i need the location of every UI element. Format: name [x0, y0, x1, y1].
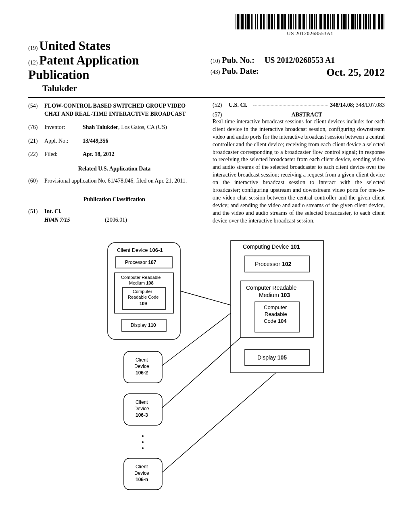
inventor-name: Shah Talukder: [83, 124, 118, 130]
svg-rect-23: [295, 14, 296, 29]
divider: [28, 97, 385, 98]
filed-value: Apr. 18, 2012: [83, 150, 200, 158]
svg-line-75: [162, 337, 241, 408]
code-57: (57): [213, 112, 229, 118]
code-19: (19): [28, 45, 38, 51]
applno-value: 13/449,356: [83, 137, 200, 145]
svg-rect-50: [368, 14, 369, 29]
two-column-body: (54) FLOW-CONTROL BASED SWITCHED GROUP V…: [28, 102, 385, 224]
fig-client-3-l2: Device: [134, 406, 149, 411]
code-60: (60): [28, 177, 44, 189]
uscl-rest: ; 348/E07.083: [353, 102, 385, 108]
code-12: (12): [28, 60, 38, 66]
code-21: (21): [28, 137, 44, 145]
svg-rect-22: [293, 14, 294, 29]
code-54: (54): [28, 102, 44, 118]
fig-crm-108-l2: Medium 108: [129, 281, 154, 285]
related-heading: Related U.S. Application Data: [28, 166, 200, 172]
right-column: (52) U.S. Cl. 348/14.08; 348/E07.083 (57…: [213, 102, 385, 224]
pub-date-label: Pub. Date:: [222, 66, 259, 75]
left-column: (54) FLOW-CONTROL BASED SWITCHED GROUP V…: [28, 102, 200, 224]
svg-rect-27: [306, 14, 307, 29]
svg-point-70: [142, 441, 144, 443]
svg-rect-28: [309, 14, 310, 29]
fig-client-device-1: Client Device 106-1: [117, 247, 163, 253]
svg-line-73: [180, 291, 231, 305]
svg-rect-38: [334, 14, 335, 29]
inventor-surname: Talukder: [42, 83, 202, 94]
svg-rect-48: [363, 14, 364, 29]
svg-rect-35: [327, 14, 329, 29]
svg-rect-54: [378, 14, 380, 29]
field-uscl: (52) U.S. Cl. 348/14.08; 348/E07.083: [213, 102, 385, 108]
fig-crc-104-l3: Code 104: [264, 318, 287, 324]
svg-rect-14: [271, 14, 273, 29]
fig-display-105: Display 105: [257, 354, 287, 361]
field-filed: (22) Filed: Apr. 18, 2012: [28, 150, 200, 158]
field-applno: (21) Appl. No.: 13/449,356: [28, 137, 200, 145]
svg-rect-29: [311, 14, 313, 29]
code-10: (10): [211, 58, 220, 64]
svg-rect-20: [288, 14, 289, 29]
uscl-bold: 348/14.08: [330, 102, 353, 108]
header-right: (10) Pub. No.: US 2012/0268553 A1 (43) P…: [202, 39, 385, 79]
svg-rect-33: [323, 14, 323, 29]
fig-display-110: Display 110: [131, 322, 156, 328]
fig-client-n-l2: Device: [134, 470, 149, 476]
svg-rect-18: [281, 14, 284, 29]
abstract-heading: ABSTRACT: [229, 112, 385, 118]
svg-rect-11: [263, 14, 265, 29]
barcode-area: US 20120268553A1: [28, 14, 385, 37]
dots-leader: [253, 102, 327, 106]
svg-rect-49: [365, 14, 367, 29]
svg-rect-34: [324, 14, 326, 29]
pub-no-label: Pub. No.:: [222, 56, 254, 64]
svg-rect-45: [355, 14, 356, 29]
field-intcl: (51) Int. Cl.: [28, 208, 200, 216]
country-title: United States: [39, 39, 111, 53]
fig-crc-109-l2: Readable Code: [128, 295, 159, 299]
svg-rect-31: [316, 14, 317, 29]
uscl-label: U.S. Cl.: [229, 102, 251, 108]
publication-type: Patent Application Publication: [28, 53, 139, 82]
filed-label: Filed:: [44, 150, 83, 158]
fig-computing-device: Computing Device 101: [243, 243, 300, 250]
pub-date-value: Oct. 25, 2012: [327, 66, 385, 79]
invention-title: FLOW-CONTROL BASED SWITCHED GROUP VIDEO …: [44, 102, 200, 118]
field-related: (60) Provisional application No. 61/478,…: [28, 177, 200, 189]
svg-point-69: [142, 435, 144, 437]
svg-rect-41: [343, 14, 346, 29]
fig-client-2-l1: Client: [136, 357, 148, 363]
applno-label: Appl. No.:: [44, 137, 83, 145]
svg-point-71: [142, 447, 144, 449]
code-52: (52): [213, 102, 229, 108]
related-text: Provisional application No. 61/478,046, …: [44, 177, 187, 185]
svg-rect-16: [277, 14, 279, 29]
svg-rect-24: [298, 14, 301, 29]
fig-crc-109-num: 109: [140, 301, 147, 306]
figure: Computing Device 101 Processor 102 Compu…: [28, 237, 385, 495]
pub-no-line: (10) Pub. No.: US 2012/0268553 A1: [211, 56, 385, 65]
svg-rect-2: [240, 14, 240, 29]
svg-line-76: [162, 373, 276, 472]
svg-rect-51: [370, 14, 371, 29]
intcl-year: (2006.01): [105, 217, 127, 223]
code-43: (43): [211, 69, 220, 75]
svg-rect-46: [357, 14, 358, 29]
intcl-label: Int. Cl.: [44, 208, 61, 216]
svg-rect-19: [284, 14, 286, 29]
uscl-value: 348/14.08; 348/E07.083: [330, 102, 385, 108]
svg-rect-21: [290, 14, 292, 29]
fig-processor-102: Processor 102: [255, 261, 291, 267]
code-51: (51): [28, 208, 44, 216]
fig-crm-108-l1: Computer Readable: [121, 275, 161, 280]
svg-rect-7: [252, 14, 253, 29]
svg-rect-32: [319, 14, 322, 29]
code-22: (22): [28, 150, 44, 158]
svg-rect-8: [255, 14, 256, 29]
svg-rect-1: [237, 14, 239, 29]
svg-rect-43: [348, 14, 349, 29]
svg-rect-4: [245, 14, 246, 29]
svg-rect-42: [346, 14, 347, 29]
inventor-location: , Los Gatos, CA (US): [118, 124, 167, 130]
